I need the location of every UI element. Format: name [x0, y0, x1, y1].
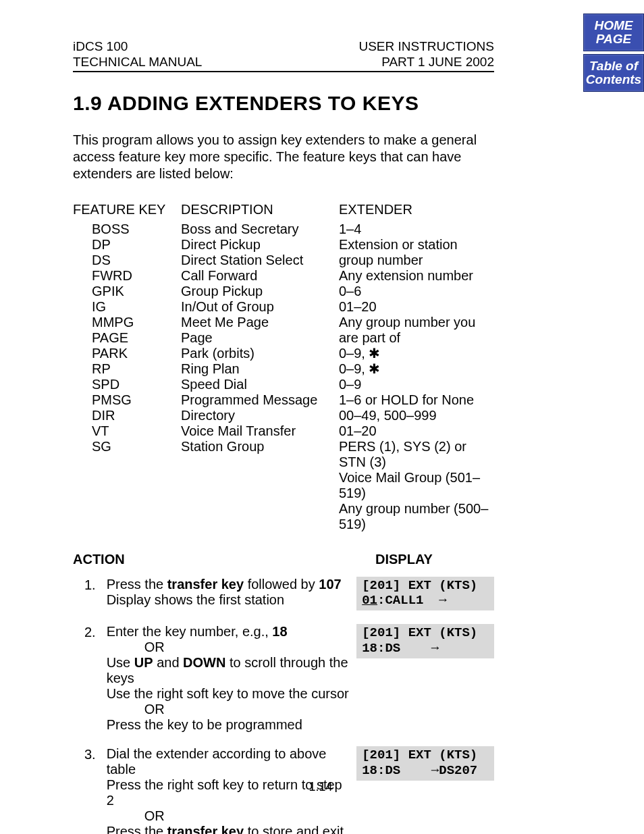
header-part-date: PART 1 JUNE 2002	[358, 55, 494, 70]
feature-key-cell: PAGE	[73, 330, 181, 346]
step-line: Press the transfer key followed by 107	[107, 577, 353, 592]
lcd-screen: [201] EXT (KTS)18:DS →DS207	[356, 746, 494, 781]
step-text: Enter the key number, e.g., 18ORUse UP a…	[107, 624, 357, 733]
column-header-extender: EXTENDER	[339, 201, 494, 217]
steps-list: 1.Press the transfer key followed by 107…	[73, 577, 494, 834]
feature-key-cell: GPIK	[73, 284, 181, 299]
step: 2.Enter the key number, e.g., 18ORUse UP…	[73, 624, 494, 733]
step-line: Use UP and DOWN to scroll through the ke…	[107, 655, 353, 686]
page-number: 1.14	[0, 780, 568, 795]
extender-cell: 00–49, 500–999	[339, 408, 494, 423]
nav-label: HOME	[584, 19, 643, 32]
step-line: Enter the key number, e.g., 18	[107, 624, 353, 640]
nav-label: PAGE	[584, 32, 643, 46]
nav-label: Contents	[584, 73, 643, 86]
extender-cell: 01–20	[339, 423, 494, 439]
extender-cell: PERS (1), SYS (2) or STN (3)	[339, 439, 494, 470]
description-cell: Meet Me Page	[181, 315, 339, 330]
extender-cell: 0–9, ✱	[339, 361, 494, 377]
page-header: iDCS 100 TECHNICAL MANUAL USER INSTRUCTI…	[73, 39, 494, 72]
or-separator: OR	[107, 640, 353, 655]
step-number: 1.	[73, 577, 107, 611]
description-cell: Boss and Secretary	[181, 221, 339, 237]
extender-cell: Any group number you are part of	[339, 315, 494, 346]
feature-key-cell: PMSG	[73, 392, 181, 408]
feature-key-cell: IG	[73, 299, 181, 315]
feature-key-cell: SG	[73, 439, 181, 454]
header-manual: TECHNICAL MANUAL	[73, 55, 202, 70]
feature-key-cell: MMPG	[73, 315, 181, 330]
step-line: Dial the extender according to above tab…	[107, 746, 353, 777]
description-cell: Directory	[181, 408, 339, 423]
extender-cell: Any extension number	[339, 268, 494, 284]
feature-key-cell: DS	[73, 253, 181, 268]
extender-cell: Voice Mail Group (501–519)	[339, 470, 494, 501]
header-section: USER INSTRUCTIONS	[358, 39, 494, 55]
action-display-headers: ACTION DISPLAY	[73, 551, 494, 567]
description-cell: Programmed Message	[181, 392, 339, 408]
feature-key-cell: DP	[73, 237, 181, 253]
description-cell: Call Forward	[181, 268, 339, 284]
column-header-feature-key: FEATURE KEY	[73, 201, 181, 217]
nav-label: Table of	[584, 59, 643, 73]
extender-cell: 01–20	[339, 299, 494, 315]
or-separator: OR	[107, 702, 353, 717]
step-display: [201] EXT (KTS)18:DS →	[356, 624, 494, 733]
description-cell: Park (orbits)	[181, 346, 339, 361]
lcd-line: [201] EXT (KTS)	[362, 578, 489, 594]
extender-cell: Any group number (500–519)	[339, 501, 494, 532]
feature-key-cell: BOSS	[73, 221, 181, 237]
feature-key-cell: FWRD	[73, 268, 181, 284]
header-product: iDCS 100	[73, 39, 202, 55]
description-cell: Page	[181, 330, 339, 346]
table-of-contents-button[interactable]: Table of Contents	[583, 54, 644, 92]
lcd-line: 18:DS →	[362, 641, 489, 656]
step-line: Press the transfer key to store and exit	[107, 824, 353, 834]
step: 1.Press the transfer key followed by 107…	[73, 577, 494, 611]
section-title: 1.9 ADDING EXTENDERS TO KEYS	[73, 91, 494, 115]
feature-key-cell: PARK	[73, 346, 181, 361]
step-display: [201] EXT (KTS)01:CALL1 →	[356, 577, 494, 611]
extender-cell: 0–9	[339, 377, 494, 392]
step-line: Press the key to be programmed	[107, 717, 353, 733]
feature-key-cell: RP	[73, 361, 181, 377]
feature-key-cell: VT	[73, 423, 181, 439]
lcd-line: [201] EXT (KTS)	[362, 748, 489, 763]
home-page-button[interactable]: HOME PAGE	[583, 14, 644, 51]
feature-key-cell: DIR	[73, 408, 181, 423]
lcd-line: 18:DS →DS207	[362, 763, 489, 779]
description-cell: Direct Pickup	[181, 237, 339, 253]
feature-key-table: FEATURE KEY BOSSDPDSFWRDGPIKIGMMPGPAGEPA…	[73, 201, 494, 532]
extender-cell: 1–4	[339, 221, 494, 237]
lcd-screen: [201] EXT (KTS)18:DS →	[356, 624, 494, 658]
extender-cell: 0–6	[339, 284, 494, 299]
description-cell: Voice Mail Transfer	[181, 423, 339, 439]
lcd-line: [201] EXT (KTS)	[362, 625, 489, 641]
column-header-description: DESCRIPTION	[181, 201, 339, 217]
feature-key-cell: SPD	[73, 377, 181, 392]
step-number: 2.	[73, 624, 107, 733]
description-cell: Ring Plan	[181, 361, 339, 377]
description-cell: Station Group	[181, 439, 339, 454]
step-line: Display shows the first station	[107, 592, 353, 608]
step-line: Use the right soft key to move the curso…	[107, 686, 353, 702]
lcd-screen: [201] EXT (KTS)01:CALL1 →	[356, 577, 494, 611]
document-page: iDCS 100 TECHNICAL MANUAL USER INSTRUCTI…	[0, 0, 568, 834]
lcd-line: 01:CALL1 →	[362, 593, 489, 608]
description-cell: Group Pickup	[181, 284, 339, 299]
description-cell: Direct Station Select	[181, 253, 339, 268]
extender-cell: 1–6 or HOLD for None	[339, 392, 494, 408]
step-text: Press the transfer key followed by 107Di…	[107, 577, 357, 611]
intro-paragraph: This program allows you to assign key ex…	[73, 132, 494, 182]
action-header: ACTION	[73, 551, 375, 567]
extender-cell: Extension or station group number	[339, 237, 494, 268]
description-cell: Speed Dial	[181, 377, 339, 392]
display-header: DISPLAY	[375, 551, 433, 567]
or-separator: OR	[107, 808, 353, 824]
extender-cell: 0–9, ✱	[339, 346, 494, 361]
description-cell: In/Out of Group	[181, 299, 339, 315]
